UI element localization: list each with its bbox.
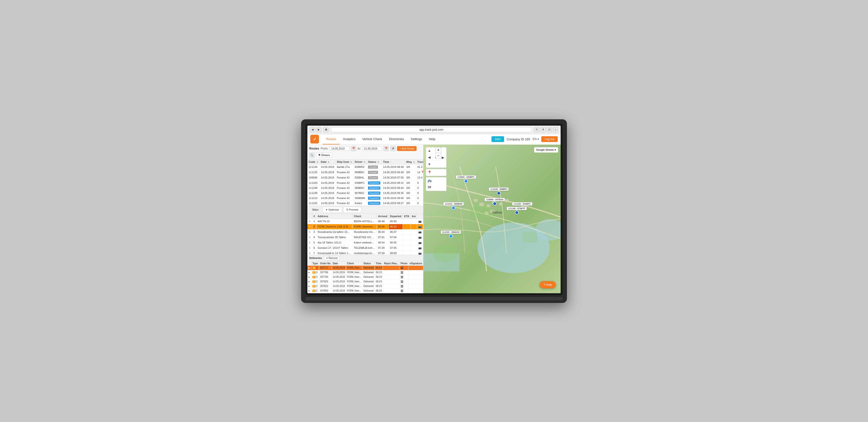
route-row[interactable]: 109695 14.05.2019 Punane 42 592BHL Close…	[307, 175, 423, 180]
site-expand[interactable]: ⇅	[307, 229, 312, 234]
delivery-expand[interactable]: ▶	[307, 279, 311, 284]
delivery-row[interactable]: ▶ D 3 357786 14.05.2019 FORK,Veer... Del…	[307, 270, 423, 274]
delivery-row[interactable]: ▶ D 3 357850 14.05.2019 FORK,Veer... Del…	[307, 288, 423, 293]
locate-button[interactable]: 📍	[426, 169, 433, 176]
site-actions[interactable]: 📷	[417, 240, 423, 245]
site-expand[interactable]: ⇅	[307, 240, 312, 245]
route-row[interactable]: 111125 14.05.2019 Punane 42 968BRJ Close…	[307, 169, 423, 175]
col-header-date[interactable]: Date ⇅	[319, 159, 335, 164]
from-date-input[interactable]	[330, 147, 349, 151]
intro-button[interactable]: Intro	[492, 136, 504, 142]
map-marker[interactable]: 111220 - 286MJM	[440, 230, 461, 238]
site-row[interactable]: ⇅ 7 Kreutzwaldi tn 14 Tallinn 1012... Uu…	[307, 251, 423, 255]
site-row[interactable]: ⇅ 4 Toompuiestee 35 Tallinn RAUDTEE KOHV…	[307, 234, 423, 240]
delivery-row[interactable]: ▶ D 3 357820 14.05.2019 FORK,Veer... Del…	[307, 279, 423, 284]
refresh-button[interactable]: ↺	[390, 146, 396, 151]
site-expand[interactable]: ⇅	[307, 219, 312, 224]
add-route-button[interactable]: + Add Route	[397, 146, 416, 151]
col-header-departed[interactable]: Departed	[389, 214, 403, 219]
from-calendar-button[interactable]: 📅	[351, 146, 356, 151]
back-button[interactable]: ◀	[310, 127, 315, 132]
drivers-button[interactable]: ⚑ Drivers	[316, 153, 332, 158]
site-expand[interactable]: ⇅	[307, 224, 312, 229]
site-expand[interactable]: ⇅	[307, 245, 312, 251]
map-marker[interactable]: 110869 - 447BSD	[485, 198, 505, 205]
col-header-driver[interactable]: Driver ⇅	[353, 159, 367, 164]
logout-button[interactable]: Log out	[541, 136, 558, 142]
clip-button[interactable]: 📎	[309, 153, 315, 158]
pan-left-button[interactable]: ◀	[426, 154, 433, 161]
delivery-row[interactable]: ▶ D 3 357717 14.05.2019 FORK,Veer... Del…	[307, 265, 423, 270]
col-header-date-d[interactable]: Date	[332, 261, 346, 266]
route-row[interactable]: 111249 14.05.2019 Punane 42 968BRJ Depar…	[307, 185, 423, 190]
site-actions[interactable]: 📷	[417, 234, 423, 240]
more-button[interactable]: ⊡	[547, 127, 552, 132]
col-header-client[interactable]: Client	[352, 214, 377, 219]
site-row[interactable]: ⇅ 3 Roosikrantsi 2a tallinn 10119 Roosik…	[307, 229, 423, 234]
col-header-address[interactable]: Address	[316, 214, 352, 219]
route-button[interactable]: 🗺	[426, 184, 433, 191]
share-button[interactable]: ⬆	[540, 127, 546, 132]
nav-help[interactable]: Help	[426, 134, 439, 144]
col-header-eta[interactable]: ETA	[403, 214, 410, 219]
map-marker[interactable]: 111213 - 366BMN	[443, 202, 464, 210]
pan-down-button[interactable]: ▼	[426, 161, 433, 168]
nav-analytics[interactable]: Analytics	[340, 134, 359, 144]
nav-vehicle-check[interactable]: Vehicle Check	[359, 134, 385, 144]
map-marker[interactable]: 111249 - 968BRJ	[489, 188, 509, 195]
optimize-tab[interactable]: ✦ Optimize	[322, 207, 342, 213]
route-row[interactable]: 111152 14.05.2019 Punane 42 Keila1 Depar…	[307, 200, 423, 205]
site-row[interactable]: ⇅ 6 Gonsiori 27, 10147 Tallinn TELEMAJA …	[307, 245, 423, 251]
delivery-expand[interactable]: ▶	[307, 288, 311, 293]
col-header-order[interactable]: Order No	[319, 261, 332, 266]
layers-button[interactable]: 🚌	[426, 177, 433, 184]
site-expand[interactable]: ⇅	[307, 234, 312, 240]
col-header-arrived[interactable]: Arrived	[377, 214, 389, 219]
nav-settings[interactable]: Settings	[407, 134, 426, 144]
nav-routes[interactable]: Routes	[323, 134, 340, 144]
col-header-reject[interactable]: Reject Rea...	[383, 261, 399, 266]
site-row[interactable]: ⇅ 1 AIA TN.10 BERN HOTELL, Tallin.... 06…	[307, 219, 423, 224]
route-row[interactable]: 111325 14.05.2019 Punane 42 934BPC Depar…	[307, 180, 423, 185]
new-tab-button[interactable]: +	[553, 127, 558, 132]
delivery-row[interactable]: ▶ D 3 357822 14.05.2019 FORK,Veer... Del…	[307, 284, 423, 288]
col-header-code[interactable]: Code ⇅	[307, 159, 319, 164]
route-row[interactable]: 111236 14.05.2019 Punane 42 967BRJ Depar…	[307, 190, 423, 195]
col-header-time-d[interactable]: Time	[375, 261, 383, 266]
nav-directories[interactable]: Directories	[386, 134, 407, 144]
map-marker[interactable]: 111148 - 974BTP	[507, 207, 527, 215]
zoom-in-button[interactable]: +	[435, 147, 441, 153]
preview-tab[interactable]: ⚲ Preview	[343, 207, 362, 213]
help-button[interactable]: ? Help	[539, 281, 556, 288]
to-calendar-button[interactable]: 📅	[383, 146, 389, 151]
col-header-type[interactable]: Type	[311, 261, 319, 266]
remove-button[interactable]: ✕ Remove	[324, 256, 340, 260]
pan-up-button[interactable]: ▲	[426, 148, 433, 154]
map-style-selector[interactable]: Google Streets ▾	[534, 147, 558, 153]
map-marker[interactable]: 110945 - 935BPC	[456, 175, 476, 183]
delivery-row[interactable]: ▶ D 3 357794 14.05.2019 FORK,Veer... Del…	[307, 274, 423, 279]
route-row[interactable]: 111213 14.05.2019 Punane 42 366BMN Depar…	[307, 195, 423, 200]
delivery-expand[interactable]: ▶	[307, 265, 311, 270]
site-actions[interactable]: 📷	[417, 224, 423, 229]
site-actions[interactable]: 📷	[417, 251, 423, 255]
language-selector[interactable]: EN ▾	[533, 137, 539, 141]
url-bar[interactable]: app.track-pod.com	[331, 127, 532, 132]
refresh-button[interactable]: ↻	[534, 127, 539, 132]
delivery-expand[interactable]: ▶	[307, 274, 311, 279]
to-date-input[interactable]	[362, 147, 382, 151]
col-header-ship[interactable]: Ship from ⇅	[335, 159, 353, 164]
col-header-photo[interactable]: Photo	[399, 261, 408, 266]
map-container[interactable]: Tallinn ▲ ◀ ⊕ ▶ ▼	[423, 145, 561, 293]
col-header-time[interactable]: Time ↑	[382, 159, 405, 164]
delivery-expand[interactable]: ▶	[307, 270, 311, 274]
col-header-client-d[interactable]: Client	[346, 261, 363, 266]
site-actions[interactable]: 📷	[417, 219, 423, 224]
col-header-track[interactable]: Track, km ⇅	[416, 159, 423, 164]
site-actions[interactable]: 📷	[417, 245, 423, 251]
site-row[interactable]: ⇅ 2 FORK,Veerenni Café & Bistro OÜ... FO…	[307, 224, 423, 229]
delivery-expand[interactable]: ▶	[307, 284, 311, 288]
site-row[interactable]: ⇅ 5 Aia 18 Tallinn 10111 Kalevi veekesku…	[307, 240, 423, 245]
col-header-km[interactable]: km	[410, 214, 417, 219]
col-header-msg[interactable]: Msg ⇅	[405, 159, 416, 164]
